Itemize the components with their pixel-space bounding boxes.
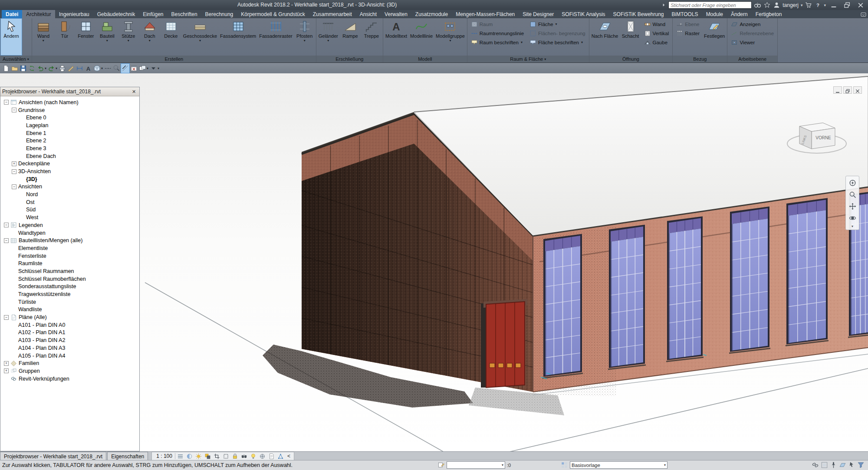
signed-in-user[interactable]: tangerj (783, 2, 799, 8)
new-file-button[interactable] (2, 64, 10, 73)
button-festlegen[interactable]: Festlegen (703, 19, 726, 55)
lock-3d-button[interactable] (231, 453, 239, 460)
tree-item-süd[interactable]: Süd (0, 206, 139, 214)
tab-berechnung[interactable]: Berechnung (201, 10, 237, 18)
panel-title-modell[interactable]: Modell (383, 56, 467, 62)
customize-qat-button[interactable]: ▾ (149, 64, 160, 73)
tab-sofistik-analysis[interactable]: SOFiSTiK Analysis (558, 10, 609, 18)
tree-item-sonderausstattungsliste[interactable]: Sonderausstattungsliste (0, 283, 139, 291)
show-crop-button[interactable] (222, 453, 230, 460)
button-modelllinie[interactable]: Modelllinie (409, 19, 434, 55)
tab-verwalten[interactable]: Verwalten (381, 10, 411, 18)
tab-ansicht[interactable]: Ansicht (356, 10, 381, 18)
panel-title-auswaehlen[interactable]: Auswählen▾ (0, 56, 32, 62)
redo-button[interactable]: ▾ (47, 64, 58, 73)
minimize-button[interactable] (828, 1, 839, 9)
tree-item-ebene-2[interactable]: Ebene 2 (0, 137, 139, 145)
thin-lines-button[interactable] (121, 64, 129, 73)
button-geländer[interactable]: Geländer▾ (317, 19, 339, 55)
tree-item-elementliste[interactable]: Elementliste (0, 244, 139, 252)
button-ebene[interactable]: Ebene (674, 20, 701, 29)
tree-item-ansichten[interactable]: −Ansichten (0, 183, 139, 191)
design-options-icon[interactable] (561, 461, 568, 469)
tree-item-legenden[interactable]: −Legenden (0, 221, 139, 229)
tree-item-ebene-dach[interactable]: Ebene Dach (0, 152, 139, 160)
select-underlay-icon[interactable] (821, 461, 828, 469)
drag-elements-icon[interactable] (848, 461, 855, 469)
button-raumtrennungslinie[interactable]: Raumtrennungslinie (469, 29, 526, 38)
tree-item-ebene-1[interactable]: Ebene 1 (0, 129, 139, 137)
reveal-hidden-button[interactable] (249, 453, 257, 460)
button-raum[interactable]: Raum (469, 20, 526, 29)
help-icon[interactable]: ? (814, 1, 822, 9)
tree-item-türliste[interactable]: Türliste (0, 298, 139, 306)
collapse-minus-box[interactable]: − (12, 184, 16, 189)
panel-title-erstellen[interactable]: Erstellen (32, 56, 316, 62)
expand-plus-box[interactable]: + (4, 361, 9, 366)
tree-item-fensterliste[interactable]: Fensterliste (0, 252, 139, 260)
tree-item-a105-plan-din-a4[interactable]: A105 - Plan DIN A4 (0, 352, 139, 360)
button-wand[interactable]: Wand▾ (33, 19, 54, 55)
button-schacht[interactable]: Schacht (620, 19, 641, 55)
navigation-wheel-button[interactable] (847, 177, 858, 188)
view-close-button[interactable] (853, 86, 862, 94)
tree-item-wandtypen[interactable]: Wandtypen (0, 229, 139, 237)
tab-zusatzmodule[interactable]: Zusatzmodule (411, 10, 452, 18)
view-properties-button[interactable] (267, 453, 276, 460)
button-nach-fläche[interactable]: Nach Fläche (590, 19, 620, 55)
button-anzeigen[interactable]: Anzeigen (729, 20, 776, 29)
tree-item-a102-plan-din-a1[interactable]: A102 - Plan DIN A1 (0, 329, 139, 337)
default-3d-view-button[interactable]: ▾ (93, 64, 103, 73)
close-button[interactable] (855, 1, 866, 9)
tree-item-pläne-alle[interactable]: −Pläne (Alle) (0, 313, 139, 321)
button-wand[interactable]: Wand (642, 20, 671, 29)
tree-item-gruppen[interactable]: +Gruppen (0, 367, 139, 375)
tab-ingenieurbau[interactable]: Ingenieurbau (55, 10, 93, 18)
orbit-button[interactable] (847, 213, 858, 223)
search-input[interactable] (668, 1, 752, 9)
button-ändern[interactable]: Ändern (1, 19, 22, 55)
tree-item-wandliste[interactable]: Wandliste (0, 306, 139, 314)
collapse-minus-box[interactable]: − (4, 100, 9, 105)
button-gaube[interactable]: Gaube (642, 38, 671, 47)
callout-button[interactable] (112, 64, 121, 73)
exchange-apps-cart-icon[interactable] (805, 1, 812, 9)
tab-zusammenarbeit[interactable]: Zusammenarbeit (309, 10, 356, 18)
button-raster[interactable]: Raster (674, 29, 701, 38)
tab-fertigbeton[interactable]: Fertigbeton (752, 10, 786, 18)
detail-level-button[interactable] (176, 453, 184, 460)
visual-style-button[interactable] (185, 453, 194, 460)
button-raum-beschriften[interactable]: Raum beschriften▾ (469, 38, 526, 47)
editing-requests-icon[interactable] (437, 461, 445, 469)
tab-mengen-massen-flächen[interactable]: Mengen-Massen-Flächen (452, 10, 519, 18)
button-pfosten[interactable]: Pfosten▾ (294, 19, 315, 55)
tree-item-a101-plan-din-a0[interactable]: A101 - Plan DIN A0 (0, 321, 139, 329)
text-note-button[interactable]: A (84, 64, 92, 73)
tab-site-designer[interactable]: Site Designer (519, 10, 558, 18)
select-links-icon[interactable] (812, 461, 819, 469)
button-fassadenraster[interactable]: Fassadenraster (258, 19, 293, 55)
tree-item-schlüssel-raumnamen[interactable]: Schlüssel Raumnamen (0, 267, 139, 275)
workset-select[interactable]: ▾ (447, 461, 505, 469)
button-fassadensystem[interactable]: Fassadensystem (219, 19, 257, 55)
design-option-select[interactable]: Basisvorlage ▾ (570, 461, 667, 469)
button-modelltext[interactable]: AModelltext (384, 19, 408, 55)
panel-title-erschliessung[interactable]: Erschließung (316, 56, 383, 62)
close-inactive-windows-button[interactable] (130, 64, 138, 73)
tree-item-3d-ansichten[interactable]: −3D-Ansichten (0, 168, 139, 175)
tree-item-{3d}[interactable]: {3D} (0, 175, 139, 183)
infocenter-arrow-icon[interactable] (661, 1, 666, 9)
chevron-down-icon[interactable]: ▾ (801, 3, 803, 7)
print-button[interactable] (58, 64, 66, 73)
tab-architektur[interactable]: Architektur (22, 10, 55, 18)
tab-bimtools[interactable]: BiMTOOLS (668, 10, 702, 18)
collapse-minus-box[interactable]: − (12, 108, 16, 112)
tree-item-familien[interactable]: +Familien (0, 359, 139, 367)
expand-plus-box[interactable]: + (4, 368, 9, 373)
restore-button[interactable] (842, 1, 853, 9)
tree-item-west[interactable]: West (0, 214, 139, 221)
analytical-model-button[interactable] (276, 453, 285, 460)
scale-button[interactable]: 1 : 100 (154, 453, 175, 459)
tree-item-a103-plan-din-a2[interactable]: A103 - Plan DIN A2 (0, 336, 139, 344)
tab-module[interactable]: Module (702, 10, 727, 18)
